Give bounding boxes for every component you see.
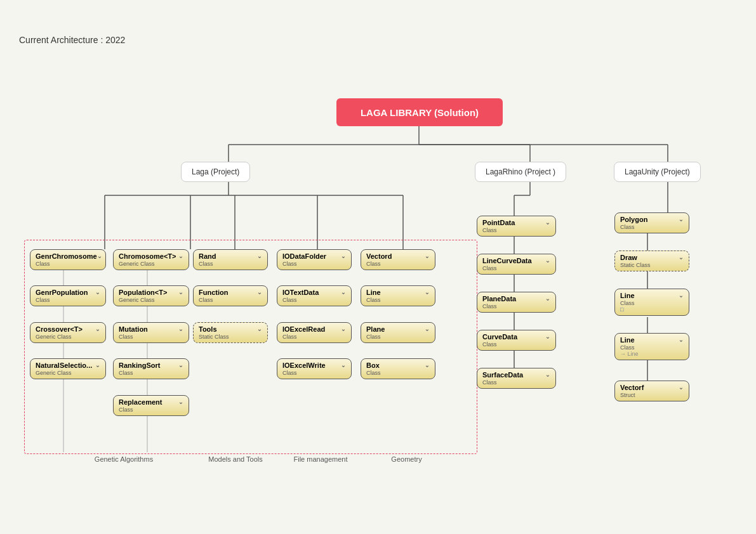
class-linecurvedata: LineCurveData⌄ Class xyxy=(477,254,556,275)
project-lagarhino: LagaRhino (Project ) xyxy=(475,162,566,182)
project-laga-label: Laga (Project) xyxy=(192,167,239,176)
class-vectord: Vectord⌄ Class xyxy=(361,249,435,270)
class-function: Function⌄ Class xyxy=(193,285,268,306)
root-node: LAGA LIBRARY (Solution) xyxy=(336,98,503,126)
class-chromosomet: Chromosome<T>⌄ Generic Class xyxy=(113,249,189,270)
project-lagaunity: LagaUnity (Project) xyxy=(614,162,701,182)
class-polygon: Polygon⌄ Class xyxy=(614,212,689,233)
class-rand: Rand⌄ Class xyxy=(193,249,268,270)
class-ioexcelread: IOExcelRead⌄ Class xyxy=(277,322,352,343)
class-box: Box⌄ Class xyxy=(361,358,435,379)
section-files-label: File management xyxy=(273,455,368,463)
dashed-laga-container xyxy=(24,240,477,454)
class-draw: Draw⌄ Static Class xyxy=(614,251,689,271)
class-tools: Tools⌄ Static Class xyxy=(193,322,268,343)
class-genrpopulation: GenrPopulation⌄ Class xyxy=(30,285,106,306)
class-pointdata: PointData⌄ Class xyxy=(477,216,556,237)
class-rankingsort: RankingSort⌄ Class xyxy=(113,358,189,379)
class-iodatafolder: IODataFolder⌄ Class xyxy=(277,249,352,270)
class-replacement: Replacement⌄ Class xyxy=(113,395,189,416)
class-mutation: Mutation⌄ Class xyxy=(113,322,189,343)
section-models-label: Models and Tools xyxy=(188,455,283,463)
class-iotextdata: IOTextData⌄ Class xyxy=(277,285,352,306)
class-planedata: PlaneData⌄ Class xyxy=(477,292,556,313)
class-line-unity2: Line⌄ Class→ Line xyxy=(614,333,689,360)
class-plane: Plane⌄ Class xyxy=(361,322,435,343)
class-curvedata: CurveData⌄ Class xyxy=(477,330,556,351)
class-line-geom: Line⌄ Class xyxy=(361,285,435,306)
class-line-unity1: Line⌄ Class □ xyxy=(614,289,689,316)
project-laga: Laga (Project) xyxy=(181,162,250,182)
class-naturalselection: NaturalSelectio...⌄ Generic Class xyxy=(30,358,106,379)
page-title: Current Architecture : 2022 xyxy=(19,35,125,45)
class-populationt: Population<T>⌄ Generic Class xyxy=(113,285,189,306)
section-geometry-label: Geometry xyxy=(361,455,453,463)
class-ioexcelwrite: IOExcelWrite⌄ Class xyxy=(277,358,352,379)
project-lagaunity-label: LagaUnity (Project) xyxy=(625,167,690,176)
root-label: LAGA LIBRARY (Solution) xyxy=(361,107,479,118)
class-crossover: Crossover<T>⌄ Generic Class xyxy=(30,322,106,343)
class-surfacedata: SurfaceData⌄ Class xyxy=(477,368,556,389)
project-lagarhino-label: LagaRhino (Project ) xyxy=(486,167,555,176)
class-genrchromosome: GenrChromosome⌄ Class xyxy=(30,249,106,270)
class-vectorf: Vectorf⌄ Struct xyxy=(614,381,689,401)
section-genetic-label: Genetic Algorithms xyxy=(54,455,194,463)
